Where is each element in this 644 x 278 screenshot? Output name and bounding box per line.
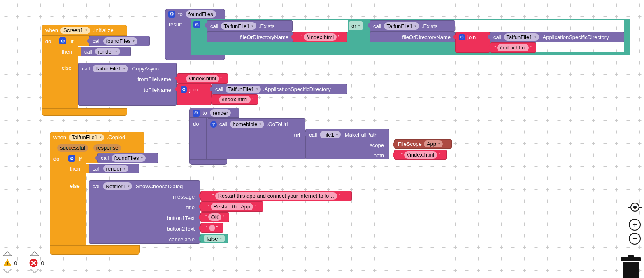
boolean-dropdown[interactable]: false▾ — [204, 235, 225, 242]
call-makefullpath-block[interactable]: call File1▾ .MakeFullPath scope path — [305, 129, 389, 159]
component-dropdown[interactable]: homebible▾ — [230, 121, 265, 128]
text-block[interactable]: “ //index.html ” — [177, 73, 228, 84]
event-copied-header[interactable]: when TaifunFile1▾ .Copied — [50, 132, 144, 143]
or-block-segment[interactable] — [292, 19, 348, 20]
component-dropdown[interactable]: File1▾ — [320, 131, 341, 138]
text-field[interactable] — [209, 225, 215, 231]
zoom-in-button[interactable]: + — [629, 219, 641, 231]
warnings-up-chevron[interactable] — [2, 251, 12, 256]
procedure-render-header[interactable]: ⚙ to render — [189, 108, 239, 118]
text-field[interactable]: OK — [208, 213, 222, 221]
error-icon[interactable] — [29, 259, 38, 267]
call-copyasync-block[interactable]: call TaifunFile1▾ .CopyAsync fromFileNam… — [78, 63, 177, 106]
call-foundfiles-block[interactable]: call foundFiles▾ — [89, 36, 150, 46]
call-exists-left-block[interactable]: call TaifunFile1▾ .Exists — [207, 20, 293, 32]
blocks-workspace[interactable]: ⚙ to foundFiles result ⚙ call TaifunFile… — [0, 0, 644, 278]
procedure-dropdown[interactable]: foundFiles▾ — [103, 37, 138, 45]
procedure-dropdown[interactable]: render▾ — [103, 165, 128, 172]
filescope-block[interactable]: FileScope App▾ — [394, 139, 452, 149]
procedure-name-field[interactable]: render — [210, 109, 231, 117]
text-field[interactable]: //index.html — [304, 33, 337, 41]
text-block-message[interactable]: “ Restart this app and connect your inte… — [200, 191, 352, 201]
boolean-false-block[interactable]: false▾ — [200, 234, 228, 243]
do-label: do — [53, 156, 59, 162]
if-mutator-gear-icon[interactable]: ⚙ — [59, 37, 66, 44]
mutator-gear-icon[interactable]: ⚙ — [193, 110, 200, 117]
join-block[interactable]: ⚙ join — [455, 32, 490, 53]
or-mutator-gear-icon[interactable]: ⚙ — [193, 21, 200, 28]
dropdown-arrow-icon: ▾ — [251, 24, 253, 28]
event-copied-bottom[interactable] — [50, 245, 140, 255]
or-block-segment[interactable] — [454, 19, 624, 20]
if-mutator-gear-icon[interactable]: ⚙ — [68, 155, 75, 162]
event-param-response[interactable]: response — [93, 144, 121, 152]
procedure-render-bottom[interactable] — [189, 159, 227, 165]
component-dropdown[interactable]: TaifunFile1▾ — [504, 33, 539, 41]
text-block[interactable]: “ /index.html ” — [490, 42, 536, 53]
event-param-successful[interactable]: successful — [57, 144, 88, 152]
text-block-title[interactable]: “ Restart the App ” — [200, 201, 263, 212]
method-label: .CopyAsync — [130, 65, 159, 72]
text-block[interactable]: “ /index.html ” — [212, 94, 258, 105]
component-dropdown[interactable]: TaifunFile1▾ — [93, 65, 128, 72]
param-label: cancelable — [169, 236, 195, 243]
procedure-dropdown[interactable]: render▾ — [95, 48, 120, 55]
procedure-foundfiles-bottom[interactable] — [165, 55, 225, 60]
call-render-block[interactable]: call render▾ — [81, 47, 131, 56]
errors-up-chevron[interactable] — [30, 251, 40, 256]
join-mutator-gear-icon[interactable]: ⚙ — [181, 86, 187, 93]
text-field[interactable]: /index.html — [497, 44, 529, 51]
text-block-button1[interactable]: “ OK ” — [200, 212, 229, 222]
procedure-render-body[interactable]: do — [189, 117, 207, 160]
or-operator-dropdown[interactable]: or▾ — [349, 21, 363, 30]
warnings-down-chevron[interactable] — [2, 269, 12, 273]
join-block[interactable]: ⚙ join — [177, 84, 212, 105]
exists-right-param-row[interactable]: fileOrDirectoryName — [370, 32, 455, 42]
text-field[interactable]: Restart the App — [211, 203, 253, 210]
component-dropdown[interactable]: TaifunFile1▾ — [226, 86, 261, 93]
zoom-out-button[interactable]: − — [629, 233, 641, 245]
text-field[interactable]: //index.html — [186, 75, 219, 82]
text-block[interactable]: “ //index.html ” — [293, 32, 347, 42]
event-copied-body[interactable]: do ⚙ if then else — [50, 153, 86, 245]
call-render-block[interactable]: call render▾ — [89, 164, 139, 173]
event-screen-initialize-bottom[interactable] — [42, 108, 127, 116]
mutator-gear-icon[interactable]: ⚙ — [168, 11, 175, 18]
component-dropdown[interactable]: Screen1▾ — [60, 27, 90, 34]
filescope-dropdown[interactable]: App▾ — [424, 140, 443, 147]
warning-icon[interactable]: ! — [2, 258, 12, 267]
or-block-segment[interactable] — [536, 52, 624, 55]
component-dropdown[interactable]: TaifunFile1▾ — [69, 134, 104, 141]
text-block[interactable]: “ //index.html ” — [394, 150, 447, 160]
trash-can-icon[interactable] — [620, 255, 642, 278]
dropdown-arrow-icon: ▾ — [86, 28, 88, 32]
event-screen-initialize-body[interactable]: do ⚙ if then else — [42, 35, 78, 108]
call-appdir-block[interactable]: call TaifunFile1▾ .ApplicationSpecificDi… — [490, 32, 624, 42]
text-field[interactable]: /index.html — [219, 96, 251, 103]
center-workspace-icon[interactable] — [628, 200, 642, 214]
exists-left-param-row[interactable]: fileOrDirectoryName — [207, 32, 293, 42]
call-foundfiles-block[interactable]: call foundFiles▾ — [97, 153, 158, 163]
procedure-dropdown[interactable]: foundFiles▾ — [112, 154, 146, 162]
text-block-button2-empty[interactable]: “ ” — [200, 223, 223, 233]
component-dropdown[interactable]: Notifier1▾ — [103, 182, 133, 190]
component-dropdown[interactable]: TaifunFile1▾ — [384, 22, 419, 30]
call-gotourl-block[interactable]: ? call homebible▾ .GoToUrl url — [207, 118, 305, 159]
procedure-name-field[interactable]: foundFiles — [186, 10, 216, 18]
component-dropdown[interactable]: TaifunFile1▾ — [221, 22, 256, 30]
event-screen-initialize-header[interactable]: when Screen1▾ .Initialize — [42, 25, 127, 36]
quote-mark: ” — [252, 97, 253, 102]
errors-down-chevron[interactable] — [30, 269, 40, 273]
or-block-segment[interactable] — [624, 19, 630, 55]
call-exists-right-block[interactable]: call TaifunFile1▾ .Exists — [370, 20, 455, 32]
call-showchoosedialog-block[interactable]: call Notifier1▾ .ShowChooseDialog messag… — [89, 180, 200, 244]
text-field[interactable]: Restart this app and connect your intern… — [215, 192, 337, 200]
plus-icon: + — [632, 220, 637, 229]
join-mutator-gear-icon[interactable]: ⚙ — [459, 34, 465, 40]
procedure-foundfiles-body[interactable]: result — [165, 19, 191, 55]
text-field[interactable]: //index.html — [404, 151, 437, 159]
call-appdir-block[interactable]: call TaifunFile1▾ .ApplicationSpecificDi… — [212, 84, 347, 94]
procedure-foundfiles-header[interactable]: ⚙ to foundFiles — [165, 9, 225, 19]
warning-question-icon[interactable]: ? — [210, 121, 217, 128]
event-copied-params-row[interactable]: successful response — [50, 143, 144, 153]
